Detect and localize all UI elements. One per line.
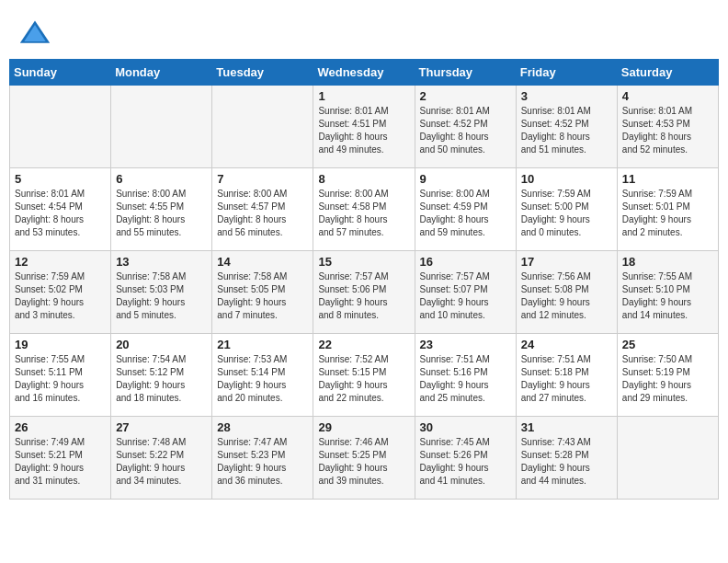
calendar-cell [111, 86, 212, 168]
calendar-cell: 19Sunrise: 7:55 AM Sunset: 5:11 PM Dayli… [10, 334, 111, 417]
calendar-table: SundayMondayTuesdayWednesdayThursdayFrid… [9, 59, 719, 500]
day-info: Sunrise: 7:58 AM Sunset: 5:03 PM Dayligh… [116, 270, 207, 322]
weekday-header: Friday [516, 60, 617, 86]
calendar-cell: 5Sunrise: 8:01 AM Sunset: 4:54 PM Daylig… [10, 168, 111, 251]
day-number: 26 [15, 420, 106, 434]
calendar-cell: 17Sunrise: 7:56 AM Sunset: 5:08 PM Dayli… [516, 251, 617, 334]
weekday-header: Saturday [617, 60, 718, 86]
day-number: 15 [318, 255, 409, 269]
weekday-header: Wednesday [313, 60, 415, 86]
calendar-cell: 16Sunrise: 7:57 AM Sunset: 5:07 PM Dayli… [415, 251, 516, 334]
day-info: Sunrise: 8:00 AM Sunset: 4:58 PM Dayligh… [318, 188, 409, 239]
day-number: 12 [15, 255, 106, 269]
calendar-cell: 8Sunrise: 8:00 AM Sunset: 4:58 PM Daylig… [313, 168, 415, 251]
day-number: 7 [217, 172, 308, 186]
day-number: 11 [622, 172, 713, 186]
day-info: Sunrise: 7:49 AM Sunset: 5:21 PM Dayligh… [15, 436, 106, 488]
weekday-header: Tuesday [212, 60, 313, 86]
day-number: 6 [116, 172, 207, 186]
calendar-cell: 2Sunrise: 8:01 AM Sunset: 4:52 PM Daylig… [415, 86, 516, 168]
calendar-cell: 9Sunrise: 8:00 AM Sunset: 4:59 PM Daylig… [415, 168, 516, 251]
day-number: 30 [420, 420, 511, 434]
calendar-cell [10, 86, 111, 168]
day-number: 16 [420, 255, 511, 269]
calendar-cell: 27Sunrise: 7:48 AM Sunset: 5:22 PM Dayli… [111, 417, 212, 500]
day-number: 10 [521, 172, 612, 186]
day-info: Sunrise: 7:55 AM Sunset: 5:11 PM Dayligh… [15, 353, 106, 405]
day-info: Sunrise: 7:53 AM Sunset: 5:14 PM Dayligh… [217, 353, 308, 405]
calendar-cell [617, 417, 718, 500]
calendar-week-row: 12Sunrise: 7:59 AM Sunset: 5:02 PM Dayli… [10, 251, 719, 334]
weekday-header: Thursday [415, 60, 516, 86]
day-number: 29 [318, 420, 409, 434]
day-info: Sunrise: 7:51 AM Sunset: 5:18 PM Dayligh… [521, 353, 612, 405]
calendar-cell: 26Sunrise: 7:49 AM Sunset: 5:21 PM Dayli… [10, 417, 111, 500]
calendar-cell: 30Sunrise: 7:45 AM Sunset: 5:26 PM Dayli… [415, 417, 516, 500]
day-info: Sunrise: 7:57 AM Sunset: 5:06 PM Dayligh… [318, 270, 409, 322]
day-info: Sunrise: 7:51 AM Sunset: 5:16 PM Dayligh… [420, 353, 511, 405]
day-info: Sunrise: 7:48 AM Sunset: 5:22 PM Dayligh… [116, 436, 207, 488]
day-info: Sunrise: 8:00 AM Sunset: 4:59 PM Dayligh… [420, 188, 511, 239]
day-info: Sunrise: 8:00 AM Sunset: 4:57 PM Dayligh… [217, 188, 308, 239]
day-info: Sunrise: 8:00 AM Sunset: 4:55 PM Dayligh… [116, 188, 207, 239]
calendar-cell: 18Sunrise: 7:55 AM Sunset: 5:10 PM Dayli… [617, 251, 718, 334]
calendar-cell: 25Sunrise: 7:50 AM Sunset: 5:19 PM Dayli… [617, 334, 718, 417]
day-number: 20 [116, 338, 207, 351]
calendar-cell: 6Sunrise: 8:00 AM Sunset: 4:55 PM Daylig… [111, 168, 212, 251]
calendar-cell: 12Sunrise: 7:59 AM Sunset: 5:02 PM Dayli… [10, 251, 111, 334]
page-header [9, 9, 719, 50]
calendar-cell: 10Sunrise: 7:59 AM Sunset: 5:00 PM Dayli… [516, 168, 617, 251]
calendar-cell: 4Sunrise: 8:01 AM Sunset: 4:53 PM Daylig… [617, 86, 718, 168]
day-info: Sunrise: 7:46 AM Sunset: 5:25 PM Dayligh… [318, 436, 409, 488]
day-info: Sunrise: 7:43 AM Sunset: 5:28 PM Dayligh… [521, 436, 612, 488]
day-number: 31 [521, 420, 612, 434]
calendar-cell: 7Sunrise: 8:00 AM Sunset: 4:57 PM Daylig… [212, 168, 313, 251]
day-number: 2 [420, 89, 511, 103]
calendar-cell: 31Sunrise: 7:43 AM Sunset: 5:28 PM Dayli… [516, 417, 617, 500]
calendar-cell: 11Sunrise: 7:59 AM Sunset: 5:01 PM Dayli… [617, 168, 718, 251]
calendar-cell: 23Sunrise: 7:51 AM Sunset: 5:16 PM Dayli… [415, 334, 516, 417]
calendar-cell: 15Sunrise: 7:57 AM Sunset: 5:06 PM Dayli… [313, 251, 415, 334]
day-number: 27 [116, 420, 207, 434]
day-number: 19 [15, 338, 106, 351]
day-number: 18 [622, 255, 713, 269]
calendar-cell: 28Sunrise: 7:47 AM Sunset: 5:23 PM Dayli… [212, 417, 313, 500]
calendar-cell: 13Sunrise: 7:58 AM Sunset: 5:03 PM Dayli… [111, 251, 212, 334]
day-number: 9 [420, 172, 511, 186]
calendar-cell [212, 86, 313, 168]
day-number: 5 [15, 172, 106, 186]
day-info: Sunrise: 7:45 AM Sunset: 5:26 PM Dayligh… [420, 436, 511, 488]
day-info: Sunrise: 8:01 AM Sunset: 4:52 PM Dayligh… [521, 105, 612, 156]
calendar-cell: 21Sunrise: 7:53 AM Sunset: 5:14 PM Dayli… [212, 334, 313, 417]
weekday-header: Monday [111, 60, 212, 86]
day-number: 28 [217, 420, 308, 434]
day-number: 1 [318, 89, 409, 103]
day-number: 25 [622, 338, 713, 351]
day-number: 24 [521, 338, 612, 351]
logo [18, 17, 55, 50]
day-info: Sunrise: 7:57 AM Sunset: 5:07 PM Dayligh… [420, 270, 511, 322]
calendar-cell: 22Sunrise: 7:52 AM Sunset: 5:15 PM Dayli… [313, 334, 415, 417]
day-number: 17 [521, 255, 612, 269]
day-number: 13 [116, 255, 207, 269]
day-info: Sunrise: 7:56 AM Sunset: 5:08 PM Dayligh… [521, 270, 612, 322]
day-info: Sunrise: 7:50 AM Sunset: 5:19 PM Dayligh… [622, 353, 713, 405]
weekday-header-row: SundayMondayTuesdayWednesdayThursdayFrid… [10, 60, 719, 86]
day-info: Sunrise: 8:01 AM Sunset: 4:54 PM Dayligh… [15, 188, 106, 239]
calendar-week-row: 19Sunrise: 7:55 AM Sunset: 5:11 PM Dayli… [10, 334, 719, 417]
weekday-header: Sunday [10, 60, 111, 86]
day-number: 21 [217, 338, 308, 351]
day-number: 4 [622, 89, 713, 103]
calendar-cell: 14Sunrise: 7:58 AM Sunset: 5:05 PM Dayli… [212, 251, 313, 334]
day-info: Sunrise: 7:59 AM Sunset: 5:02 PM Dayligh… [15, 270, 106, 322]
calendar-cell: 24Sunrise: 7:51 AM Sunset: 5:18 PM Dayli… [516, 334, 617, 417]
day-info: Sunrise: 7:52 AM Sunset: 5:15 PM Dayligh… [318, 353, 409, 405]
logo-icon [18, 17, 51, 50]
day-info: Sunrise: 7:55 AM Sunset: 5:10 PM Dayligh… [622, 270, 713, 322]
day-info: Sunrise: 8:01 AM Sunset: 4:52 PM Dayligh… [420, 105, 511, 156]
calendar-week-row: 26Sunrise: 7:49 AM Sunset: 5:21 PM Dayli… [10, 417, 719, 500]
calendar-week-row: 1Sunrise: 8:01 AM Sunset: 4:51 PM Daylig… [10, 86, 719, 168]
day-number: 14 [217, 255, 308, 269]
day-info: Sunrise: 7:59 AM Sunset: 5:00 PM Dayligh… [521, 188, 612, 239]
day-number: 8 [318, 172, 409, 186]
